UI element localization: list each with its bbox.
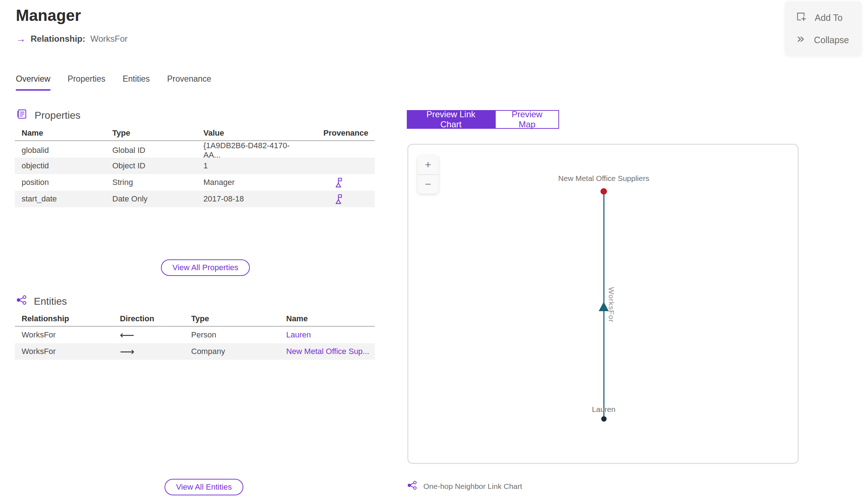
entities-section-title: Entities [16,294,67,308]
tab-overview[interactable]: Overview [16,74,50,91]
double-chevron-right-icon [795,34,806,47]
table-row: position String Manager [15,174,375,191]
direction-right-arrow-icon: ⟶ [120,346,191,358]
entity-relationship: WorksFor [15,347,120,356]
chart-caption-label: One-hop Neighbor Link Chart [423,482,522,491]
relationship-subtitle: → Relationship: WorksFor [16,34,128,44]
property-type: Date Only [112,194,203,204]
collapse-button[interactable]: Collapse [785,34,861,47]
tab-properties[interactable]: Properties [68,74,105,91]
view-all-properties-button[interactable]: View All Properties [161,259,250,276]
col-name: Name [15,128,112,138]
table-row: WorksFor ⟵ Person Lauren [15,327,375,343]
col-direction: Direction [120,314,191,323]
property-type: Global ID [112,146,203,155]
property-value: Manager [203,178,303,187]
col-type: Type [112,128,203,138]
property-name: objectid [15,161,112,171]
col-value: Value [203,128,303,138]
entity-name-link[interactable]: New Metal Office Sup... [286,347,369,356]
node-label-person: Lauren [568,405,640,414]
entity-type: Company [191,347,286,356]
properties-table: Name Type Value Provenance globalid Glob… [15,126,375,207]
zoom-in-button[interactable]: + [418,155,438,175]
collapse-label: Collapse [814,35,849,45]
properties-document-icon [16,108,28,123]
col-name: Name [286,314,375,323]
relationship-label: Relationship: [31,34,85,44]
zoom-controls: + − [418,155,438,194]
entity-relationship: WorksFor [15,330,120,340]
entities-section-label: Entities [34,296,67,307]
table-row: WorksFor ⟶ Company New Metal Office Sup.… [15,343,375,360]
property-name: position [15,178,112,187]
provenance-flag-icon[interactable] [334,194,343,204]
add-to-button[interactable]: Add To [785,11,861,25]
link-chart-canvas[interactable]: + − New Metal Office Suppliers WorksFor … [408,144,798,464]
col-relationship: Relationship [15,314,120,323]
entities-table-header: Relationship Direction Type Name [15,312,375,327]
properties-table-header: Name Type Value Provenance [15,126,375,141]
property-type: String [112,178,203,187]
entities-table: Relationship Direction Type Name WorksFo… [15,312,375,360]
relationship-arrow-icon: → [16,34,26,44]
entity-type: Person [191,330,286,340]
properties-section-label: Properties [35,110,81,121]
graph-node-person[interactable] [601,416,607,422]
quick-actions-panel: Add To Collapse [785,1,861,56]
relationship-value: WorksFor [90,34,128,44]
property-value: 1 [203,161,303,171]
link-nodes-icon [407,480,418,492]
view-all-entities-button[interactable]: View All Entities [165,479,243,495]
graph-edge-label: WorksFor [607,287,616,323]
preview-link-chart-tab[interactable]: Preview Link Chart [407,110,495,129]
preview-toggle: Preview Link Chart Preview Map [407,110,559,129]
tab-entities[interactable]: Entities [123,74,150,91]
property-value: {1A9DB2B6-D482-4170-AA... [203,141,303,160]
properties-section-title: Properties [16,108,81,123]
add-to-icon [795,11,807,25]
table-row: objectid Object ID 1 [15,158,375,174]
property-name: start_date [15,194,112,204]
table-row: globalid Global ID {1A9DB2B6-D482-4170-A… [15,141,375,158]
add-to-label: Add To [815,13,842,23]
direction-left-arrow-icon: ⟵ [120,329,191,341]
tab-provenance[interactable]: Provenance [167,74,211,91]
table-row: start_date Date Only 2017-08-18 [15,191,375,207]
page-title: Manager [16,6,81,24]
link-nodes-icon [16,294,27,308]
entity-name-link[interactable]: Lauren [286,330,311,339]
detail-tabs: Overview Properties Entities Provenance [16,74,211,91]
property-name: globalid [15,146,112,155]
graph-node-company[interactable] [600,188,607,195]
zoom-out-button[interactable]: − [418,175,438,194]
chart-caption: One-hop Neighbor Link Chart [407,480,522,492]
provenance-flag-icon[interactable] [334,177,343,188]
node-label-company: New Metal Office Suppliers [514,174,694,183]
col-type: Type [191,314,286,323]
property-type: Object ID [112,161,203,171]
property-value: 2017-08-18 [203,194,303,204]
col-provenance: Provenance [303,128,375,138]
preview-map-tab[interactable]: Preview Map [495,110,559,129]
